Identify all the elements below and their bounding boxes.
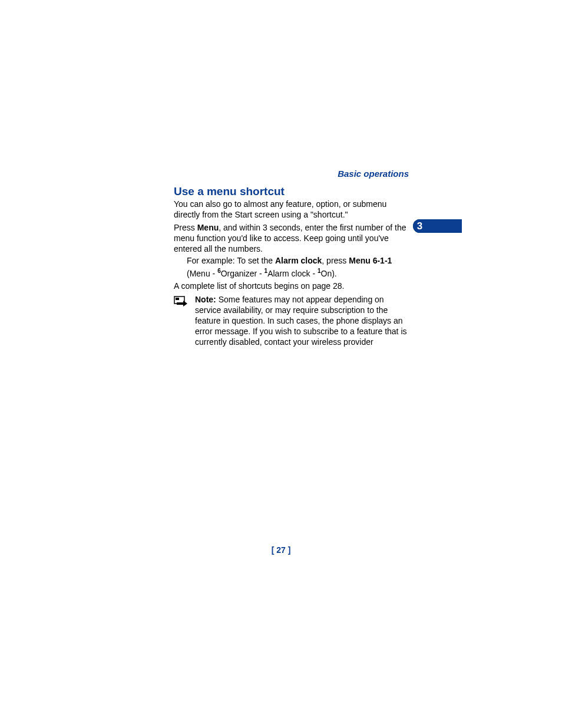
body-paragraph: Press Menu, and within 3 seconds, enter …: [174, 223, 409, 255]
chapter-number: 3: [413, 219, 427, 233]
note-block: Note: Some features may not appear depen…: [174, 295, 409, 348]
body-paragraph: A complete list of shortcuts begins on p…: [174, 281, 409, 292]
chapter-badge: 3: [413, 219, 462, 233]
note-text: Note: Some features may not appear depen…: [195, 295, 409, 348]
text: Press: [174, 223, 197, 232]
text: On).: [321, 269, 337, 278]
text: , press: [322, 256, 349, 265]
text: For example: To set the: [187, 256, 275, 265]
section-header-label: Basic operations: [338, 169, 409, 179]
bold-text: Alarm clock: [275, 256, 322, 265]
svg-rect-1: [176, 298, 179, 300]
document-page: Basic operations Use a menu shortcut You…: [0, 0, 562, 728]
text: Alarm clock -: [267, 269, 318, 278]
text: (Menu -: [187, 269, 217, 278]
text: Organizer -: [221, 269, 265, 278]
bold-text: Menu 6-1-1: [349, 256, 392, 265]
page-number: [ 27 ]: [0, 545, 562, 555]
note-arrow-icon: [174, 296, 190, 308]
section-heading: Use a menu shortcut: [174, 185, 285, 198]
note-label: Note:: [195, 295, 216, 304]
example-paragraph: For example: To set the Alarm clock, pre…: [187, 255, 411, 280]
text: Some features may not appear depending o…: [195, 295, 407, 347]
body-paragraph: You can also go to almost any feature, o…: [174, 199, 409, 220]
bold-text: Menu: [197, 223, 219, 232]
